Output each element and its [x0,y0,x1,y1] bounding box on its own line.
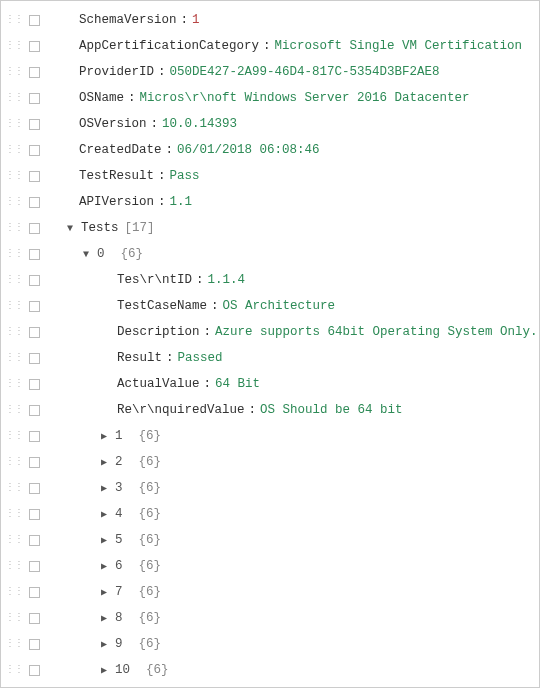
row-checkbox[interactable] [29,353,40,364]
expand-toggle-icon[interactable]: ▶ [97,638,111,650]
json-row-testid: ⋮⋮ Tes\r\ntID : 1.1.4 [5,267,535,293]
drag-handle-icon[interactable]: ⋮⋮ [5,535,23,545]
colon: : [245,403,261,417]
array-index: 1 [115,429,123,443]
drag-handle-icon[interactable]: ⋮⋮ [5,223,23,233]
gutter: ⋮⋮ [5,301,37,312]
expand-toggle-icon[interactable]: ▶ [97,456,111,468]
drag-handle-icon[interactable]: ⋮⋮ [5,613,23,623]
gutter: ⋮⋮ [5,41,37,52]
row-checkbox[interactable] [29,275,40,286]
collapse-toggle-icon[interactable]: ▼ [63,223,77,234]
row-checkbox[interactable] [29,587,40,598]
row-checkbox[interactable] [29,197,40,208]
gutter: ⋮⋮ [5,119,37,130]
drag-handle-icon[interactable]: ⋮⋮ [5,509,23,519]
drag-handle-icon[interactable]: ⋮⋮ [5,93,23,103]
expand-toggle-icon[interactable]: ▶ [97,482,111,494]
row-checkbox[interactable] [29,15,40,26]
drag-handle-icon[interactable]: ⋮⋮ [5,431,23,441]
row-checkbox[interactable] [29,483,40,494]
json-key: APIVersion [79,195,154,209]
array-index: 6 [115,559,123,573]
gutter: ⋮⋮ [5,145,37,156]
row-checkbox[interactable] [29,119,40,130]
row-checkbox[interactable] [29,379,40,390]
json-row-tests-collapsed: ⋮⋮▶2{6} [5,449,535,475]
colon: : [154,65,170,79]
drag-handle-icon[interactable]: ⋮⋮ [5,483,23,493]
row-checkbox[interactable] [29,301,40,312]
drag-handle-icon[interactable]: ⋮⋮ [5,171,23,181]
json-key: OSVersion [79,117,147,131]
json-row-tests-collapsed: ⋮⋮▶1{6} [5,423,535,449]
colon: : [200,377,216,391]
expand-toggle-icon[interactable]: ▶ [97,508,111,520]
colon: : [207,299,223,313]
row-checkbox[interactable] [29,327,40,338]
json-row-tests-collapsed: ⋮⋮▶4{6} [5,501,535,527]
drag-handle-icon[interactable]: ⋮⋮ [5,327,23,337]
row-checkbox[interactable] [29,639,40,650]
row-checkbox[interactable] [29,405,40,416]
array-index: 4 [115,507,123,521]
drag-handle-icon[interactable]: ⋮⋮ [5,301,23,311]
drag-handle-icon[interactable]: ⋮⋮ [5,15,23,25]
expand-toggle-icon[interactable]: ▶ [97,560,111,572]
json-value: 1 [192,13,200,27]
drag-handle-icon[interactable]: ⋮⋮ [5,665,23,675]
gutter: ⋮⋮ [5,535,37,546]
gutter: ⋮⋮ [5,15,37,26]
drag-handle-icon[interactable]: ⋮⋮ [5,67,23,77]
row-checkbox[interactable] [29,665,40,676]
drag-handle-icon[interactable]: ⋮⋮ [5,639,23,649]
drag-handle-icon[interactable]: ⋮⋮ [5,587,23,597]
json-row-tests-collapsed: ⋮⋮▶10{6} [5,657,535,683]
row-checkbox[interactable] [29,561,40,572]
drag-handle-icon[interactable]: ⋮⋮ [5,561,23,571]
object-size: {6} [139,533,162,547]
json-value: 64 Bit [215,377,260,391]
row-checkbox[interactable] [29,41,40,52]
row-checkbox[interactable] [29,93,40,104]
drag-handle-icon[interactable]: ⋮⋮ [5,379,23,389]
json-key: Tes\r\ntID [117,273,192,287]
drag-handle-icon[interactable]: ⋮⋮ [5,405,23,415]
expand-toggle-icon[interactable]: ▶ [97,612,111,624]
json-value: 1.1 [170,195,193,209]
gutter: ⋮⋮ [5,379,37,390]
drag-handle-icon[interactable]: ⋮⋮ [5,41,23,51]
drag-handle-icon[interactable]: ⋮⋮ [5,119,23,129]
gutter: ⋮⋮ [5,249,37,260]
row-checkbox[interactable] [29,171,40,182]
drag-handle-icon[interactable]: ⋮⋮ [5,249,23,259]
row-checkbox[interactable] [29,613,40,624]
row-checkbox[interactable] [29,145,40,156]
row-checkbox[interactable] [29,509,40,520]
array-index: 5 [115,533,123,547]
expand-toggle-icon[interactable]: ▶ [97,430,111,442]
json-value: 10.0.14393 [162,117,237,131]
drag-handle-icon[interactable]: ⋮⋮ [5,457,23,467]
row-checkbox[interactable] [29,457,40,468]
drag-handle-icon[interactable]: ⋮⋮ [5,145,23,155]
collapse-toggle-icon[interactable]: ▼ [79,249,93,260]
expand-toggle-icon[interactable]: ▶ [97,586,111,598]
drag-handle-icon[interactable]: ⋮⋮ [5,353,23,363]
row-checkbox[interactable] [29,223,40,234]
colon: : [259,39,275,53]
expand-toggle-icon[interactable]: ▶ [97,664,111,676]
json-row-apiversion: ⋮⋮ APIVersion : 1.1 [5,189,535,215]
object-size: {6} [139,559,162,573]
row-checkbox[interactable] [29,67,40,78]
drag-handle-icon[interactable]: ⋮⋮ [5,275,23,285]
json-value: 1.1.4 [208,273,246,287]
colon: : [162,351,178,365]
row-checkbox[interactable] [29,431,40,442]
expand-toggle-icon[interactable]: ▶ [97,534,111,546]
row-checkbox[interactable] [29,535,40,546]
json-row-tests-collapsed: ⋮⋮▶9{6} [5,631,535,657]
object-size: {6} [139,611,162,625]
drag-handle-icon[interactable]: ⋮⋮ [5,197,23,207]
row-checkbox[interactable] [29,249,40,260]
